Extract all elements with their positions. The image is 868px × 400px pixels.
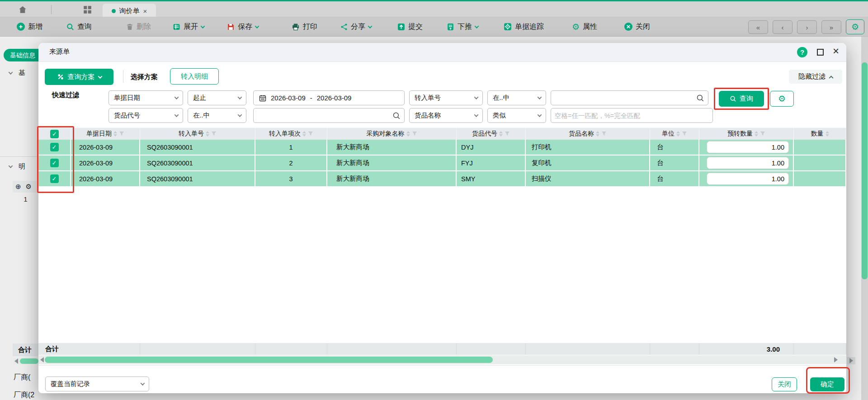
- scrollbar-thumb[interactable]: [20, 358, 38, 364]
- dialog-close-button[interactable]: 关闭: [772, 377, 797, 391]
- row-checkbox[interactable]: ✓: [50, 174, 59, 183]
- nav-first-button[interactable]: «: [748, 20, 768, 34]
- delete-button[interactable]: 删除: [126, 17, 151, 37]
- table-row[interactable]: ✓ 2026-03-09 SQ2603090001 2 新大新商场 FYJ 复印…: [38, 155, 846, 171]
- close-button[interactable]: × 关闭: [624, 17, 650, 37]
- sort-icon[interactable]: [499, 131, 503, 136]
- apps-grid-icon[interactable]: [83, 5, 92, 14]
- to-detail-button[interactable]: 转入明细: [170, 68, 219, 85]
- scroll-left-icon[interactable]: [40, 357, 44, 362]
- nav-prev-button[interactable]: ‹: [773, 20, 793, 34]
- scroll-right-icon[interactable]: [834, 357, 838, 362]
- confirm-button[interactable]: 确定: [810, 377, 844, 391]
- row-checkbox[interactable]: ✓: [50, 159, 59, 167]
- maximize-icon[interactable]: [817, 49, 824, 56]
- sort-icon[interactable]: [113, 131, 117, 136]
- grid-settings-icon[interactable]: ⚙: [26, 183, 32, 191]
- dialog-close-icon[interactable]: ×: [833, 45, 839, 57]
- sort-icon[interactable]: [826, 131, 829, 136]
- row-checkbox[interactable]: ✓: [50, 143, 59, 151]
- query-plan-button[interactable]: 查询方案: [45, 69, 113, 85]
- filter4-field-select[interactable]: 货品名称: [409, 108, 483, 123]
- filter2-op-select[interactable]: 在..中: [487, 90, 546, 105]
- sort-icon[interactable]: [302, 131, 306, 136]
- filter-funnel-icon[interactable]: [412, 131, 417, 136]
- sort-icon[interactable]: [596, 131, 599, 136]
- filter2-search-input[interactable]: [555, 94, 696, 102]
- sort-icon[interactable]: [406, 131, 410, 136]
- expand-button[interactable]: 展开: [173, 17, 204, 37]
- submit-button[interactable]: 提交: [397, 17, 423, 37]
- scrollbar-thumb[interactable]: [862, 62, 868, 279]
- filter4-search-input[interactable]: [555, 112, 709, 119]
- filter4-op-select[interactable]: 类似: [487, 108, 546, 123]
- chevron-down-icon: [368, 24, 373, 28]
- print-button[interactable]: 打印: [292, 17, 317, 37]
- tab-inquiry-order[interactable]: 询价单 ×: [103, 4, 156, 18]
- dialog-horizontal-scrollbar[interactable]: [38, 355, 846, 364]
- bg-scroll-right-corner[interactable]: [847, 357, 855, 364]
- sort-icon[interactable]: [676, 131, 680, 136]
- select-all-checkbox[interactable]: ✓: [50, 130, 59, 138]
- filter-settings-button[interactable]: ⚙: [770, 91, 794, 107]
- sort-icon[interactable]: [206, 131, 209, 136]
- pre-qty-input[interactable]: [707, 141, 789, 153]
- table-row[interactable]: ✓ 2026-03-09 SQ2603090001 1 新大新商场 DYJ 打印…: [38, 140, 846, 155]
- track-button[interactable]: 单据追踪: [504, 17, 544, 37]
- apply-mode-select[interactable]: 覆盖当前记录: [45, 376, 149, 391]
- push-down-icon: [447, 23, 454, 31]
- date-to-value[interactable]: 2026-03-09: [317, 94, 352, 102]
- new-button[interactable]: + 新增: [17, 17, 42, 37]
- filter-funnel-icon[interactable]: [211, 131, 217, 136]
- filter3-field-select[interactable]: 货品代号: [108, 108, 183, 123]
- scroll-right-icon[interactable]: [849, 358, 853, 363]
- scroll-left-icon[interactable]: [14, 358, 18, 364]
- col-header-partner[interactable]: 采购对象名称: [327, 128, 457, 140]
- filter1-op-select[interactable]: 起止: [188, 90, 246, 105]
- nav-last-button[interactable]: »: [821, 20, 841, 34]
- col-header-pre-qty[interactable]: 预转数量: [699, 128, 794, 140]
- tab-close-icon[interactable]: ×: [143, 7, 147, 15]
- bg-horizontal-scrollbar[interactable]: [14, 358, 38, 364]
- filter3-op-select[interactable]: 在..中: [188, 108, 246, 123]
- pushdown-button[interactable]: 下推: [447, 17, 478, 37]
- toolbar-settings-button[interactable]: ⚙: [846, 19, 864, 34]
- col-header-unit[interactable]: 单位: [650, 128, 699, 140]
- dialog-search-button[interactable]: 查询: [719, 91, 764, 107]
- filter1-field-select[interactable]: 单据日期: [108, 90, 183, 105]
- add-row-icon[interactable]: ⊕: [15, 183, 21, 191]
- col-header-order-no[interactable]: 转入单号: [140, 128, 255, 140]
- search-button[interactable]: 查询: [66, 17, 92, 37]
- bg-section-basic[interactable]: 基: [9, 68, 25, 78]
- cell-partner: 新大新商场: [327, 171, 457, 187]
- col-header-date[interactable]: 单据日期: [71, 128, 140, 140]
- hide-filter-toggle[interactable]: 隐藏过滤: [789, 70, 842, 84]
- sort-icon[interactable]: [755, 131, 758, 136]
- col-header-item-code[interactable]: 货品代号: [457, 128, 526, 140]
- scrollbar-thumb[interactable]: [45, 357, 493, 363]
- col-header-line-no[interactable]: 转入单项次: [255, 128, 327, 140]
- filter-funnel-icon[interactable]: [682, 131, 687, 136]
- nav-next-button[interactable]: ›: [797, 20, 817, 34]
- date-from-value[interactable]: 2026-03-09: [271, 94, 306, 102]
- bg-section-detail[interactable]: 明: [9, 161, 25, 171]
- filter-funnel-icon[interactable]: [505, 131, 510, 136]
- filter-funnel-icon[interactable]: [308, 131, 313, 136]
- filter3-search-input[interactable]: [257, 112, 392, 119]
- pre-qty-input[interactable]: [707, 157, 789, 169]
- filter-funnel-icon[interactable]: [119, 131, 124, 136]
- page-vertical-scrollbar[interactable]: [861, 37, 868, 400]
- help-icon[interactable]: ?: [797, 47, 807, 57]
- table-row[interactable]: ✓ 2026-03-09 SQ2603090001 3 新大新商场 SMY 扫描…: [38, 171, 846, 187]
- props-button[interactable]: ⚙ 属性: [572, 17, 597, 37]
- filter-funnel-icon[interactable]: [601, 131, 607, 136]
- home-icon[interactable]: [18, 5, 27, 14]
- date-range-field[interactable]: 2026-03-09 - 2026-03-09: [253, 90, 405, 105]
- filter2-field-select[interactable]: 转入单号: [409, 90, 483, 105]
- col-header-qty[interactable]: 数量: [794, 128, 846, 140]
- filter-funnel-icon[interactable]: [760, 131, 765, 136]
- pre-qty-input[interactable]: [707, 173, 789, 185]
- save-button[interactable]: 保存: [227, 17, 259, 37]
- col-header-item-name[interactable]: 货品名称: [526, 128, 650, 140]
- share-button[interactable]: 分享: [340, 17, 372, 37]
